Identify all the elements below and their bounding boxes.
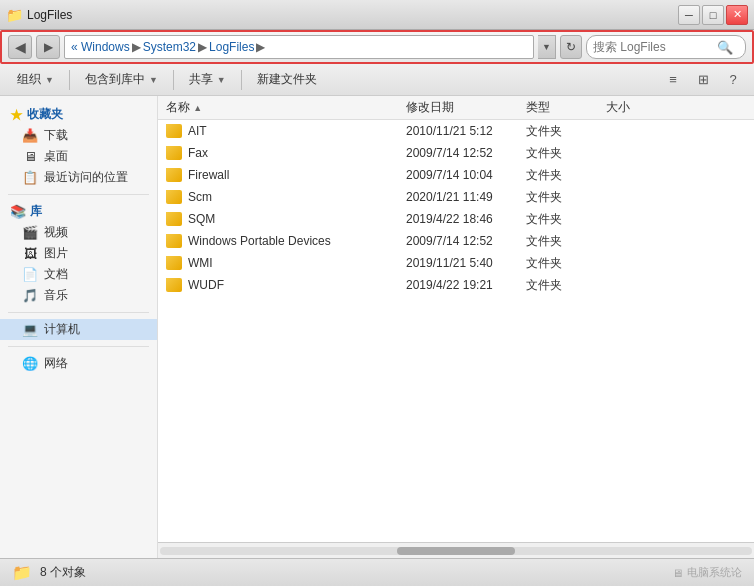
status-count: 8 个对象 xyxy=(40,564,86,581)
back-button[interactable]: ◀ xyxy=(8,35,32,59)
table-row[interactable]: WMI 2019/11/21 5:40 文件夹 xyxy=(158,252,754,274)
sidebar-item-videos[interactable]: 🎬 视频 xyxy=(0,222,157,243)
folder-icon xyxy=(166,146,182,160)
refresh-button[interactable]: ↻ xyxy=(560,35,582,59)
file-name: WMI xyxy=(166,256,406,270)
breadcrumb-system32[interactable]: System32 xyxy=(143,40,196,54)
documents-icon: 📄 xyxy=(22,267,38,283)
star-icon: ★ xyxy=(10,107,23,123)
file-date: 2019/4/22 18:46 xyxy=(406,212,526,226)
address-bar: ◀ ▶ « Windows ▶ System32 ▶ LogFiles ▶ ▼ … xyxy=(0,30,754,64)
breadcrumb-sep-3: ▶ xyxy=(256,40,265,54)
file-list: AIT 2010/11/21 5:12 文件夹 Fax 2009/7/14 12… xyxy=(158,120,754,542)
sidebar-item-network[interactable]: 🌐 网络 xyxy=(0,353,157,374)
file-date: 2009/7/14 12:52 xyxy=(406,234,526,248)
library-title[interactable]: 📚 库 xyxy=(0,201,157,222)
file-type: 文件夹 xyxy=(526,277,606,294)
toolbar: 组织 ▼ 包含到库中 ▼ 共享 ▼ 新建文件夹 ≡ ⊞ ? xyxy=(0,64,754,96)
breadcrumb-dropdown[interactable]: ▼ xyxy=(538,35,556,59)
content-area: 名称 ▲ 修改日期 类型 大小 AIT 2010/11/21 5:12 文件夹 xyxy=(158,96,754,558)
favorites-title[interactable]: ★ 收藏夹 xyxy=(0,104,157,125)
breadcrumb-windows[interactable]: « Windows xyxy=(71,40,130,54)
library-section: 📚 库 🎬 视频 🖼 图片 📄 文档 🎵 音乐 xyxy=(0,201,157,306)
sidebar-item-documents[interactable]: 📄 文档 xyxy=(0,264,157,285)
file-type: 文件夹 xyxy=(526,123,606,140)
maximize-button[interactable]: □ xyxy=(702,5,724,25)
file-type: 文件夹 xyxy=(526,167,606,184)
sidebar-item-downloads[interactable]: 📥 下载 xyxy=(0,125,157,146)
file-name: SQM xyxy=(166,212,406,226)
table-row[interactable]: Fax 2009/7/14 12:52 文件夹 xyxy=(158,142,754,164)
toolbar-sep-2 xyxy=(173,70,174,90)
view-icons-button[interactable]: ⊞ xyxy=(690,67,716,93)
library-icon: 📚 xyxy=(10,204,26,219)
file-name: Fax xyxy=(166,146,406,160)
scrollbar-track[interactable] xyxy=(160,547,752,555)
status-watermark: 🖥 电脑系统论 xyxy=(672,565,742,580)
folder-icon xyxy=(166,278,182,292)
file-date: 2019/4/22 19:21 xyxy=(406,278,526,292)
pictures-icon: 🖼 xyxy=(22,246,38,262)
file-name: WUDF xyxy=(166,278,406,292)
videos-icon: 🎬 xyxy=(22,225,38,241)
forward-button[interactable]: ▶ xyxy=(36,35,60,59)
recent-icon: 📋 xyxy=(22,170,38,186)
new-folder-button[interactable]: 新建文件夹 xyxy=(248,67,326,93)
breadcrumb-bar: « Windows ▶ System32 ▶ LogFiles ▶ xyxy=(64,35,534,59)
table-row[interactable]: Windows Portable Devices 2009/7/14 12:52… xyxy=(158,230,754,252)
table-row[interactable]: SQM 2019/4/22 18:46 文件夹 xyxy=(158,208,754,230)
horizontal-scrollbar[interactable] xyxy=(158,542,754,558)
view-options-button[interactable]: ≡ xyxy=(660,67,686,93)
file-type: 文件夹 xyxy=(526,211,606,228)
organize-button[interactable]: 组织 ▼ xyxy=(8,67,63,93)
sidebar-divider-1 xyxy=(8,194,149,195)
music-icon: 🎵 xyxy=(22,288,38,304)
status-folder-icon: 📁 xyxy=(12,563,32,582)
file-type: 文件夹 xyxy=(526,189,606,206)
table-row[interactable]: Scm 2020/1/21 11:49 文件夹 xyxy=(158,186,754,208)
file-date: 2019/11/21 5:40 xyxy=(406,256,526,270)
title-bar-left: 📁 LogFiles xyxy=(6,7,72,23)
table-row[interactable]: WUDF 2019/4/22 19:21 文件夹 xyxy=(158,274,754,296)
file-type: 文件夹 xyxy=(526,145,606,162)
folder-icon xyxy=(166,234,182,248)
toolbar-right: ≡ ⊞ ? xyxy=(660,67,746,93)
table-row[interactable]: AIT 2010/11/21 5:12 文件夹 xyxy=(158,120,754,142)
network-section: 🌐 网络 xyxy=(0,353,157,374)
help-button[interactable]: ? xyxy=(720,67,746,93)
folder-icon xyxy=(166,212,182,226)
breadcrumb-sep-1: ▶ xyxy=(132,40,141,54)
favorites-section: ★ 收藏夹 📥 下载 🖥 桌面 📋 最近访问的位置 xyxy=(0,104,157,188)
col-header-date[interactable]: 修改日期 xyxy=(406,99,526,116)
folder-icon xyxy=(166,256,182,270)
breadcrumb-logfiles[interactable]: LogFiles xyxy=(209,40,254,54)
file-date: 2009/7/14 10:04 xyxy=(406,168,526,182)
search-input[interactable] xyxy=(593,40,713,54)
file-type: 文件夹 xyxy=(526,233,606,250)
folder-icon xyxy=(166,168,182,182)
col-header-size[interactable]: 大小 xyxy=(606,99,686,116)
search-bar: 🔍 xyxy=(586,35,746,59)
include-library-button[interactable]: 包含到库中 ▼ xyxy=(76,67,167,93)
sidebar-item-computer[interactable]: 💻 计算机 xyxy=(0,319,157,340)
col-header-name[interactable]: 名称 ▲ xyxy=(166,99,406,116)
sidebar-item-music[interactable]: 🎵 音乐 xyxy=(0,285,157,306)
sidebar-item-desktop[interactable]: 🖥 桌面 xyxy=(0,146,157,167)
search-icon[interactable]: 🔍 xyxy=(717,39,733,55)
sidebar-item-recent[interactable]: 📋 最近访问的位置 xyxy=(0,167,157,188)
breadcrumb-sep-2: ▶ xyxy=(198,40,207,54)
file-date: 2010/11/21 5:12 xyxy=(406,124,526,138)
close-button[interactable]: ✕ xyxy=(726,5,748,25)
file-type: 文件夹 xyxy=(526,255,606,272)
scrollbar-thumb[interactable] xyxy=(397,547,515,555)
share-button[interactable]: 共享 ▼ xyxy=(180,67,235,93)
sidebar-item-pictures[interactable]: 🖼 图片 xyxy=(0,243,157,264)
main-layout: ★ 收藏夹 📥 下载 🖥 桌面 📋 最近访问的位置 📚 库 xyxy=(0,96,754,558)
minimize-button[interactable]: ─ xyxy=(678,5,700,25)
table-row[interactable]: Firewall 2009/7/14 10:04 文件夹 xyxy=(158,164,754,186)
desktop-icon: 🖥 xyxy=(22,149,38,165)
title-bar: 📁 LogFiles ─ □ ✕ xyxy=(0,0,754,30)
file-name: Firewall xyxy=(166,168,406,182)
col-header-type[interactable]: 类型 xyxy=(526,99,606,116)
computer-icon: 💻 xyxy=(22,322,38,338)
